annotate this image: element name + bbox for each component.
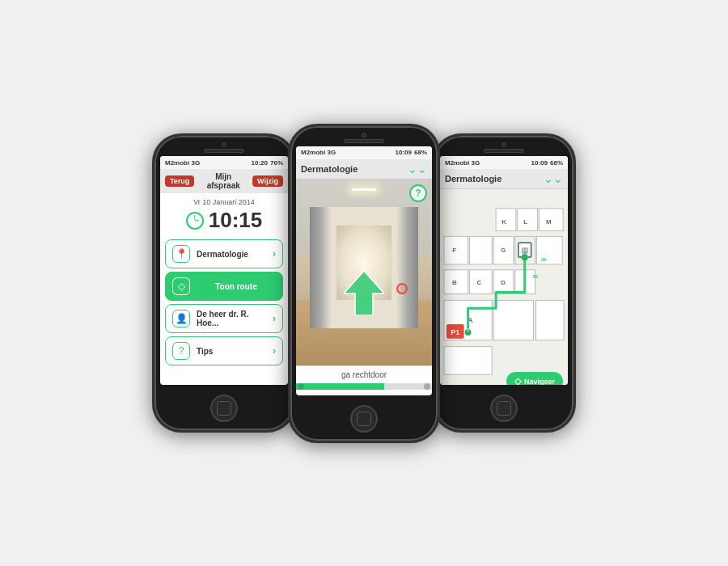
nav-bar-left: Terug Mijn afspraak Wijzig xyxy=(160,169,288,193)
menu-label-dermatologie: Dermatologie xyxy=(197,250,266,259)
camera-right xyxy=(502,142,506,147)
svg-point-31 xyxy=(522,254,528,260)
phone-bottom-left xyxy=(154,388,294,430)
phone-right: M2mobi 3G 10:09 68% Dermatologie ⌄⌄ xyxy=(432,133,576,433)
ar-progress-end xyxy=(424,383,430,390)
svg-rect-17 xyxy=(444,347,492,375)
time-display: 10:15 xyxy=(209,208,263,233)
svg-text:K: K xyxy=(502,218,506,226)
navigate-diamond-icon: ◇ xyxy=(514,376,521,385)
home-button-inner-center xyxy=(357,412,371,426)
home-button-inner-left xyxy=(217,401,231,416)
home-button-left[interactable] xyxy=(210,395,238,422)
navigate-button[interactable]: ◇ Navigeer xyxy=(506,372,563,385)
ar-progress-start xyxy=(298,383,304,390)
phone-left: M2mobi 3G 10:20 76% Terug Mijn afspraak … xyxy=(152,133,296,433)
arrow-icon-tips: › xyxy=(273,345,276,357)
svg-text:M: M xyxy=(546,218,552,226)
stop-sign xyxy=(396,283,408,294)
nav-title-left: Mijn afspraak xyxy=(197,172,249,190)
chevron-down-icon-right[interactable]: ⌄⌄ xyxy=(544,172,563,185)
edit-button-left[interactable]: Wijzig xyxy=(252,175,283,187)
camera-left xyxy=(222,142,226,147)
phone-bottom-center xyxy=(290,399,438,441)
route-icon: ◇ xyxy=(172,277,190,295)
time-center: 10:09 xyxy=(396,149,412,156)
ar-progress-bar xyxy=(296,383,432,390)
home-button-inner-right xyxy=(497,401,511,416)
menu-item-dermatologie[interactable]: 📍 Dermatologie › xyxy=(165,239,283,268)
status-bar-center: M2mobi 3G 10:09 68% xyxy=(296,146,432,159)
phone-center: M2mobi 3G 10:09 68% Dermatologie ⌄⌄ xyxy=(288,124,440,443)
battery-left: 76% xyxy=(270,159,283,167)
menu-item-route[interactable]: ◇ Toon route xyxy=(165,272,283,301)
svg-text:L: L xyxy=(523,218,527,226)
carrier-center: M2mobi 3G xyxy=(301,149,336,156)
nav-bar-right: Dermatologie ⌄⌄ xyxy=(440,169,568,189)
help-button-ar[interactable]: ? xyxy=(409,184,427,202)
ar-navigation-arrow xyxy=(344,271,384,319)
ar-progress-fill xyxy=(296,383,384,390)
home-button-center[interactable] xyxy=(350,405,378,433)
menu-label-tips: Tips xyxy=(197,347,266,356)
svg-text:🏢: 🏢 xyxy=(521,246,529,254)
back-button-left[interactable]: Terug xyxy=(165,175,194,187)
location-icon: 📍 xyxy=(172,245,190,263)
arrow-icon-doctor: › xyxy=(273,313,276,324)
time-left: 10:20 xyxy=(252,159,268,167)
svg-text:F: F xyxy=(452,247,456,254)
svg-text:C: C xyxy=(477,279,482,286)
svg-rect-3 xyxy=(518,209,538,231)
svg-text:G: G xyxy=(501,247,506,254)
floor-plan-svg: K L M F G B C D A 🏢 G5 25 xyxy=(440,189,568,385)
status-right-left: 10:20 76% xyxy=(252,159,283,167)
time-right: 10:09 xyxy=(531,159,548,167)
question-icon: ? xyxy=(172,342,190,360)
svg-marker-0 xyxy=(344,271,384,315)
speaker-left xyxy=(204,149,244,153)
status-bar-right: M2mobi 3G 10:09 68% xyxy=(440,156,568,169)
clock-icon xyxy=(186,212,204,230)
svg-text:25: 25 xyxy=(533,274,539,279)
map-view: K L M F G B C D A 🏢 G5 25 xyxy=(440,189,568,385)
home-button-right[interactable] xyxy=(490,395,518,422)
menu-item-tips[interactable]: ? Tips › xyxy=(165,336,283,365)
chevron-down-icon[interactable]: ⌄⌄ xyxy=(408,163,427,175)
status-right-right: 10:09 68% xyxy=(531,159,563,167)
appointment-date: Vr 10 Januari 2014 xyxy=(160,193,288,208)
corridor-light xyxy=(352,188,376,191)
nav-title-center: Dermatologie xyxy=(301,164,404,174)
appointment-time: 10:15 xyxy=(160,208,288,236)
camera-center xyxy=(362,133,366,137)
ar-instruction: ga rechtdoor xyxy=(296,365,432,383)
svg-text:P1: P1 xyxy=(451,328,459,336)
svg-text:25: 25 xyxy=(541,257,547,262)
svg-rect-16 xyxy=(536,300,565,340)
battery-center: 68% xyxy=(414,149,427,156)
screen-right: M2mobi 3G 10:09 68% Dermatologie ⌄⌄ xyxy=(440,156,568,385)
menu-item-doctor[interactable]: 👤 De heer dr. R. Hoe... › xyxy=(165,304,283,333)
ar-view: ? xyxy=(296,180,432,365)
phone-right-top xyxy=(434,136,574,153)
screen-left: M2mobi 3G 10:20 76% Terug Mijn afspraak … xyxy=(160,156,288,385)
menu-label-doctor: De heer dr. R. Hoe... xyxy=(197,310,266,327)
phone-left-top xyxy=(154,136,294,153)
arrow-icon-dermatologie: › xyxy=(273,248,276,260)
speaker-right xyxy=(484,149,524,153)
svg-text:B: B xyxy=(452,279,457,286)
nav-title-right: Dermatologie xyxy=(445,174,540,184)
svg-rect-6 xyxy=(470,236,493,264)
navigate-label: Navigeer xyxy=(524,378,555,386)
carrier-right: M2mobi 3G xyxy=(445,159,480,167)
status-right-center: 10:09 68% xyxy=(396,149,427,156)
phone-bottom-right xyxy=(434,388,574,430)
scene: M2mobi 3G 10:20 76% Terug Mijn afspraak … xyxy=(152,124,576,443)
menu-label-route: Toon route xyxy=(197,282,276,291)
battery-right: 68% xyxy=(550,159,563,167)
svg-rect-15 xyxy=(493,300,533,340)
status-bar-left: M2mobi 3G 10:20 76% xyxy=(160,156,288,169)
phone-center-top xyxy=(290,126,438,143)
person-icon: 👤 xyxy=(172,310,190,327)
screen-center: M2mobi 3G 10:09 68% Dermatologie ⌄⌄ xyxy=(296,146,432,395)
speaker-center xyxy=(344,139,384,143)
